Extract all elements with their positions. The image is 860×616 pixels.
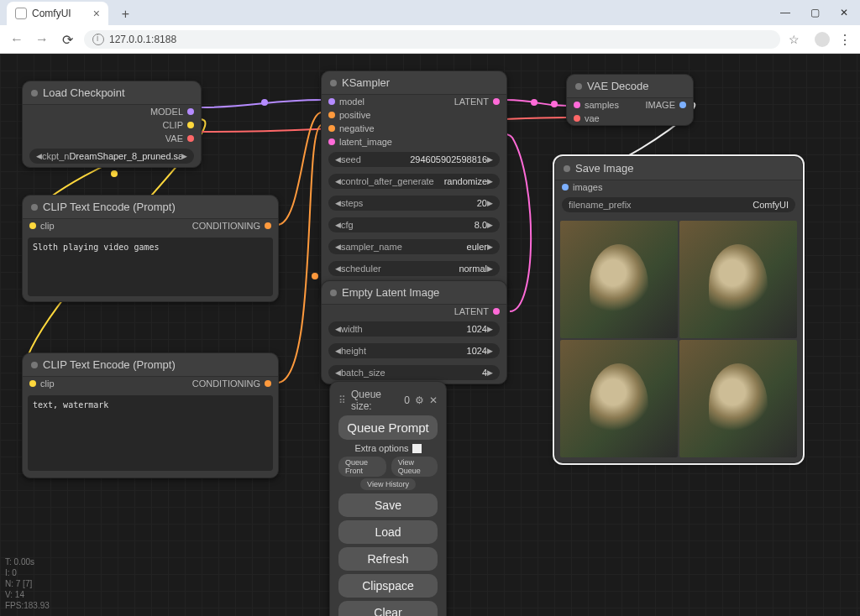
arrow-left-icon[interactable]: ◀ — [36, 152, 42, 160]
close-icon[interactable]: × — [93, 7, 100, 20]
collapse-icon[interactable] — [575, 83, 582, 90]
reload-icon[interactable]: ⟳ — [59, 32, 76, 48]
collapse-icon[interactable] — [564, 165, 570, 172]
browser-tab[interactable]: ComfyUI × — [7, 2, 108, 25]
arrow-right-icon[interactable]: ▶ — [487, 368, 493, 377]
collapse-icon[interactable] — [31, 204, 38, 211]
port-positive[interactable] — [328, 112, 335, 118]
port-latent[interactable] — [493, 308, 500, 315]
seed-widget[interactable]: ◀seed294605902598816▶ — [328, 152, 500, 167]
arrow-right-icon[interactable]: ▶ — [181, 152, 187, 160]
port-clip[interactable] — [187, 122, 194, 128]
port-vae[interactable] — [574, 115, 580, 122]
width-widget[interactable]: ◀width1024▶ — [328, 321, 500, 337]
url-input[interactable]: 127.0.0.1:8188 — [84, 30, 780, 49]
port-image[interactable] — [679, 102, 686, 108]
collapse-icon[interactable] — [330, 80, 337, 86]
queue-front-button[interactable]: Queue Front — [338, 457, 386, 477]
node-clip-text-encode-positive[interactable]: CLIP Text Encode (Prompt) clip CONDITION… — [22, 195, 279, 302]
load-button[interactable]: Load — [338, 520, 438, 544]
port-latent[interactable] — [493, 98, 500, 105]
port-negative[interactable] — [328, 125, 335, 132]
node-header[interactable]: Load Checkpoint — [23, 81, 201, 105]
arrow-left-icon[interactable]: ◀ — [335, 155, 341, 164]
control-panel[interactable]: ⠿ Queue size: 0 ⚙ ✕ Queue Prompt Extra o… — [329, 381, 447, 616]
port-conditioning[interactable] — [265, 222, 271, 229]
arrow-left-icon[interactable]: ◀ — [335, 264, 341, 273]
arrow-left-icon[interactable]: ◀ — [335, 243, 341, 251]
port-vae[interactable] — [187, 135, 194, 142]
prompt-textarea[interactable]: text, watermark — [28, 395, 273, 471]
clipspace-button[interactable]: Clipspace — [338, 574, 438, 598]
node-graph-canvas[interactable]: Load Checkpoint MODEL CLIP VAE ◀ ckpt_n … — [0, 54, 860, 616]
port-conditioning[interactable] — [265, 380, 271, 387]
port-clip[interactable] — [29, 380, 36, 387]
node-clip-text-encode-negative[interactable]: CLIP Text Encode (Prompt) clip CONDITION… — [22, 352, 279, 478]
minimize-icon[interactable]: — — [780, 7, 790, 18]
output-image-1[interactable] — [560, 221, 678, 338]
extra-options-toggle[interactable]: Extra options — [338, 443, 438, 453]
checkbox-icon[interactable] — [412, 444, 422, 453]
arrow-left-icon[interactable]: ◀ — [335, 199, 341, 207]
prompt-textarea[interactable]: Sloth playing video games — [28, 238, 273, 296]
output-images-grid[interactable] — [560, 221, 797, 457]
node-ksampler[interactable]: KSampler modelLATENT positive negative l… — [321, 70, 507, 302]
view-history-button[interactable]: View History — [360, 478, 416, 490]
node-header[interactable]: CLIP Text Encode (Prompt) — [23, 353, 278, 377]
arrow-right-icon[interactable]: ▶ — [487, 177, 493, 185]
collapse-icon[interactable] — [330, 290, 337, 296]
bookmark-icon[interactable]: ☆ — [789, 33, 800, 46]
site-info-icon[interactable] — [92, 34, 104, 45]
arrow-right-icon[interactable]: ▶ — [487, 199, 493, 207]
refresh-button[interactable]: Refresh — [338, 547, 438, 571]
arrow-left-icon[interactable]: ◀ — [335, 347, 341, 355]
steps-widget[interactable]: ◀steps20▶ — [328, 196, 500, 211]
node-save-image[interactable]: Save Image images filename_prefix ComfyU… — [554, 156, 803, 463]
node-header[interactable]: Empty Latent Image — [322, 281, 506, 305]
sampler_name-widget[interactable]: ◀sampler_nameeuler▶ — [328, 239, 500, 254]
node-load-checkpoint[interactable]: Load Checkpoint MODEL CLIP VAE ◀ ckpt_n … — [22, 81, 202, 168]
node-header[interactable]: Save Image — [555, 157, 802, 180]
arrow-left-icon[interactable]: ◀ — [335, 325, 341, 333]
profile-icon[interactable] — [815, 32, 830, 47]
close-window-icon[interactable]: ✕ — [840, 7, 848, 18]
queue-prompt-button[interactable]: Queue Prompt — [338, 415, 438, 440]
output-image-4[interactable] — [679, 340, 797, 457]
node-vae-decode[interactable]: VAE Decode samplesIMAGE vae — [566, 74, 694, 126]
back-icon[interactable]: ← — [8, 32, 25, 47]
arrow-right-icon[interactable]: ▶ — [487, 243, 493, 251]
control_after_generate-widget[interactable]: ◀control_after_generaterandomize▶ — [328, 174, 500, 189]
view-queue-button[interactable]: View Queue — [391, 457, 438, 477]
arrow-right-icon[interactable]: ▶ — [487, 155, 493, 164]
output-image-3[interactable] — [560, 340, 678, 457]
control-panel-header[interactable]: ⠿ Queue size: 0 ⚙ ✕ — [338, 389, 438, 412]
port-latent-image[interactable] — [328, 138, 335, 145]
ckpt-name-widget[interactable]: ◀ ckpt_n DreamShaper_8_pruned.safetensor… — [29, 149, 194, 164]
filename-prefix-widget[interactable]: filename_prefix ComfyUI — [562, 197, 795, 212]
close-icon[interactable]: ✕ — [429, 394, 438, 406]
arrow-left-icon[interactable]: ◀ — [335, 221, 341, 229]
arrow-right-icon[interactable]: ▶ — [487, 221, 493, 229]
clear-button[interactable]: Clear — [338, 601, 438, 616]
port-clip[interactable] — [29, 222, 36, 229]
arrow-right-icon[interactable]: ▶ — [487, 325, 493, 333]
collapse-icon[interactable] — [31, 90, 38, 97]
maximize-icon[interactable]: ▢ — [810, 7, 820, 18]
node-header[interactable]: CLIP Text Encode (Prompt) — [23, 196, 278, 219]
arrow-right-icon[interactable]: ▶ — [487, 347, 493, 355]
collapse-icon[interactable] — [31, 362, 38, 368]
port-samples[interactable] — [574, 102, 580, 108]
output-image-2[interactable] — [679, 221, 797, 338]
port-model[interactable] — [328, 98, 335, 105]
height-widget[interactable]: ◀height1024▶ — [328, 343, 500, 358]
port-images[interactable] — [562, 184, 569, 191]
scheduler-widget[interactable]: ◀schedulernormal▶ — [328, 261, 500, 276]
menu-icon[interactable]: ⋮ — [838, 32, 852, 48]
drag-handle-icon[interactable]: ⠿ — [338, 394, 346, 406]
port-model[interactable] — [187, 108, 194, 115]
new-tab-button[interactable]: + — [115, 3, 136, 25]
batch_size-widget[interactable]: ◀batch_size4▶ — [328, 365, 500, 380]
cfg-widget[interactable]: ◀cfg8.0▶ — [328, 217, 500, 232]
arrow-left-icon[interactable]: ◀ — [335, 177, 341, 185]
save-button[interactable]: Save — [338, 493, 438, 517]
